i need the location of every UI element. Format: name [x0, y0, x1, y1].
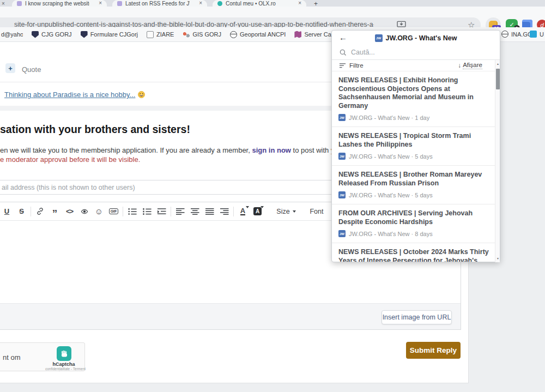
shield-icon	[81, 31, 88, 38]
news-item[interactable]: FROM OUR ARCHIVES | Serving Jehovah Desp…	[332, 204, 495, 243]
forum-favicon	[17, 1, 22, 6]
toolbar-divider	[233, 207, 234, 216]
news-item[interactable]: NEWS RELEASES | October 2024 Marks Thirt…	[332, 243, 495, 262]
browser-toolbar: site-for-unpublished-content-is-against-…	[0, 7, 545, 27]
tab-title: Contul meu • OLX.ro	[226, 1, 276, 7]
close-icon[interactable]: ×	[2, 1, 5, 7]
map-icon	[294, 31, 301, 38]
numbered-list-button[interactable]	[140, 204, 154, 219]
bookmark-gis-gorj[interactable]: GIS GORJ	[183, 31, 221, 38]
grinning-emoji-icon	[138, 91, 145, 98]
insert-image-url-button[interactable]: Insert image from URL	[382, 310, 452, 324]
search-input[interactable]	[351, 49, 500, 56]
sort-button[interactable]: ↓ Afișare	[458, 62, 482, 69]
submit-reply-button[interactable]: Submit Reply	[406, 342, 461, 359]
align-justify-button[interactable]	[202, 204, 217, 219]
news-meta: JW.ORG - What's New · 5 days	[349, 153, 433, 160]
text-color-button[interactable]: A	[235, 204, 250, 219]
hcaptcha-widget[interactable]: nt om hCaptcha confidențialitate - Terme…	[0, 342, 85, 371]
site-icon	[530, 31, 537, 38]
tab-strip: × I know scraping the website for × Late…	[0, 0, 545, 7]
people-icon	[183, 31, 190, 38]
news-meta: JW.ORG - What's New · 8 days	[349, 231, 433, 237]
back-arrow-icon[interactable]: ←	[339, 33, 347, 42]
underline-button[interactable]: U	[0, 204, 14, 219]
sign-in-link[interactable]: sign in now	[252, 146, 291, 154]
align-right-button[interactable]	[217, 204, 232, 219]
jw-favicon: JW	[338, 153, 346, 160]
news-item[interactable]: NEWS RELEASES | Brother Roman Mareyev Re…	[332, 166, 495, 204]
bookmark-cjg-gorj[interactable]: CJG GORJ	[32, 31, 72, 38]
popup-filter-row: Filtre ↓ Afișare	[332, 60, 500, 71]
close-icon[interactable]: ×	[199, 1, 202, 6]
filter-button[interactable]: Filtre	[340, 62, 364, 69]
code-button[interactable]: <>	[62, 204, 77, 219]
tab-rss-feeds[interactable]: Latest on RSS Feeds for JW.OR ×	[112, 0, 207, 7]
tab-scraping[interactable]: I know scraping the website for ×	[12, 0, 107, 7]
emoji-button[interactable]: ☺	[92, 204, 106, 219]
tab-olx[interactable]: Contul meu • OLX.ro ×	[213, 0, 306, 7]
news-item[interactable]: NEWS RELEASES | Exhibit Honoring Conscie…	[332, 71, 495, 127]
chevron-down-icon	[246, 206, 249, 208]
bookmark-formulare[interactable]: Formulare CJGorj	[81, 31, 138, 38]
arrow-down-icon: ↓	[458, 62, 461, 69]
hcaptcha-terms[interactable]: confidențialitate - Termeni	[45, 367, 82, 371]
shield-icon	[32, 31, 39, 38]
strikethrough-button[interactable]: S	[14, 204, 29, 219]
chevron-down-icon	[261, 206, 264, 208]
scrollbar-thumb[interactable]	[496, 69, 500, 89]
tab-title: Latest on RSS Feeds for JW.OR	[125, 1, 190, 7]
jw-logo-icon: JW	[375, 34, 383, 42]
news-title[interactable]: NEWS RELEASES | Tropical Storm Trami Las…	[338, 132, 489, 149]
news-title[interactable]: NEWS RELEASES | Exhibit Honoring Conscie…	[338, 76, 489, 110]
align-left-button[interactable]	[173, 204, 187, 219]
tab-title: I know scraping the website for	[25, 1, 89, 7]
jw-favicon: JW	[338, 191, 346, 198]
font-size-dropdown[interactable]: Size	[272, 204, 300, 219]
page-title: sation with your brothers and sisters!	[0, 123, 190, 136]
font-family-dropdown[interactable]: Font	[304, 204, 329, 219]
bookmark-ziare-folder[interactable]: ZIARE	[147, 31, 174, 38]
forum-favicon	[117, 1, 122, 6]
jw-favicon: JW	[338, 230, 346, 237]
quote-label[interactable]: Quote	[22, 65, 41, 74]
news-title[interactable]: NEWS RELEASES | October 2024 Marks Thirt…	[338, 248, 489, 262]
globe-icon	[501, 31, 508, 38]
align-center-button[interactable]	[187, 204, 202, 219]
preview-eye-button[interactable]	[77, 204, 92, 219]
indent-button[interactable]	[154, 204, 169, 219]
news-title[interactable]: FROM OUR ARCHIVES | Serving Jehovah Desp…	[338, 209, 489, 226]
toolbar-divider	[171, 207, 171, 216]
hcaptcha-brand: hCaptcha	[50, 361, 78, 367]
popup-title: JW.ORG - What's New	[386, 34, 457, 42]
toolbar-divider	[123, 207, 123, 216]
news-meta: JW.ORG - What's New · 1 day	[349, 114, 429, 121]
scroll-up-icon[interactable]: ▲	[495, 62, 500, 65]
search-icon	[340, 49, 347, 56]
popup-header: ← JW JW.ORG - What's New	[332, 31, 500, 45]
close-icon[interactable]: ×	[298, 1, 301, 6]
bookmark-email[interactable]: d@yaho...	[1, 31, 23, 38]
jw-whats-new-popup: ← JW JW.ORG - What's New Filtre ↓ Afișar…	[331, 30, 500, 262]
bullet-list-button[interactable]	[125, 204, 140, 219]
gif-button[interactable]: GIF	[106, 204, 121, 219]
popup-scrollbar[interactable]: ▲ ▼	[495, 60, 500, 262]
news-list: NEWS RELEASES | Exhibit Honoring Conscie…	[332, 71, 495, 262]
highlight-color-button[interactable]: A	[250, 204, 265, 219]
news-item[interactable]: NEWS RELEASES | Tropical Storm Trami Las…	[332, 127, 495, 166]
blockquote-button[interactable]: ”	[47, 204, 62, 219]
olx-favicon	[217, 1, 222, 6]
scroll-down-icon[interactable]: ▼	[495, 257, 500, 260]
globe-icon	[230, 31, 237, 38]
close-icon[interactable]: ×	[99, 1, 102, 6]
bookmark-geoportal[interactable]: Geoportal ANCPI	[230, 31, 286, 38]
add-quote-button[interactable]: +	[5, 63, 15, 73]
news-title[interactable]: NEWS RELEASES | Brother Roman Mareyev Re…	[338, 171, 489, 188]
link-button[interactable]	[33, 204, 47, 219]
signature-link[interactable]: Thinking about Paradise is a nice hobby.…	[4, 91, 145, 99]
chevron-down-icon	[293, 210, 296, 213]
moderation-note: e moderator approval before it will be v…	[0, 155, 140, 164]
news-meta: JW.ORG - What's New · 5 days	[349, 192, 433, 198]
toolbar-divider	[31, 207, 31, 216]
bookmark-u[interactable]: U	[530, 31, 544, 38]
